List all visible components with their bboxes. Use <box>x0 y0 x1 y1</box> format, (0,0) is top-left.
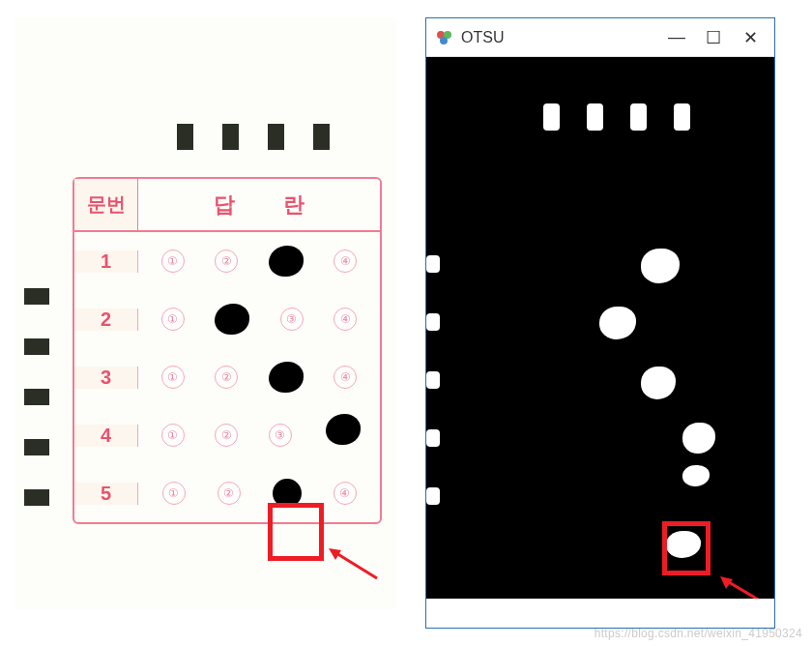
header-answer: 답 란 <box>138 179 380 230</box>
minimize-button[interactable]: — <box>668 27 685 47</box>
row-number: 2 <box>74 308 138 331</box>
titlebar[interactable]: OTSU — ☐ ✕ <box>426 18 774 57</box>
bubble-group: ① ② ④ <box>138 362 380 393</box>
binary-reg-mark <box>426 313 440 331</box>
bubble: ② <box>215 366 238 389</box>
reg-mark <box>24 489 49 506</box>
reg-mark <box>177 124 193 150</box>
binary-reg-mark <box>630 103 647 131</box>
grid-header: 문번 답 란 <box>74 179 380 232</box>
bubble: ① <box>161 250 185 273</box>
binary-reg-mark <box>426 487 440 505</box>
filled-bubble <box>215 304 249 335</box>
binary-reg-mark <box>587 103 603 131</box>
bubble-group: ① ② ④ <box>138 246 380 277</box>
bubble: ① <box>161 366 185 389</box>
window-controls: — ☐ ✕ <box>668 27 765 48</box>
annotation-arrow-icon <box>324 544 382 583</box>
filled-bubble <box>269 362 304 393</box>
bubble-group: ① ③ ④ <box>138 304 380 335</box>
binary-blob <box>682 423 715 454</box>
row-number: 5 <box>74 483 138 505</box>
app-icon <box>436 29 453 46</box>
bubble: ④ <box>334 482 357 505</box>
bubble: ④ <box>334 250 357 273</box>
close-button[interactable]: ✕ <box>741 27 759 48</box>
window-title: OTSU <box>461 29 668 46</box>
bubble: ③ <box>280 308 304 331</box>
binary-blob <box>682 465 710 486</box>
row-number: 3 <box>74 367 138 389</box>
bubble: ② <box>215 424 238 447</box>
binary-reg-mark <box>426 371 440 389</box>
registration-marks-top <box>177 124 330 150</box>
filled-bubble <box>326 414 361 445</box>
reg-mark <box>222 124 239 150</box>
binary-reg-mark <box>426 429 440 447</box>
header-text: 란 <box>283 191 304 220</box>
svg-point-4 <box>440 37 448 44</box>
answer-row: 5 ① ② ④ <box>74 464 380 522</box>
answer-row: 3 ① ② ④ <box>74 348 380 406</box>
maximize-button[interactable]: ☐ <box>705 27 722 48</box>
bubble: ② <box>218 482 241 505</box>
header-number: 문번 <box>74 179 138 230</box>
bubble: ④ <box>334 366 357 389</box>
binary-image-canvas <box>426 57 774 599</box>
row-number: 4 <box>74 425 138 447</box>
bubble-group: ① ② ④ <box>138 479 380 508</box>
bubble: ④ <box>334 308 357 331</box>
bubble-group: ① ② ③ <box>138 420 380 451</box>
answer-row: 2 ① ③ ④ <box>74 290 380 348</box>
bubble: ② <box>215 250 238 273</box>
reg-mark <box>24 389 49 405</box>
bubble: ③ <box>269 424 292 447</box>
answer-grid: 문번 답 란 1 ① ② ④ 2 ① <box>72 177 382 524</box>
answer-row: 4 ① ② ③ <box>74 406 380 464</box>
bubble: ① <box>162 482 186 505</box>
highlight-box <box>662 521 710 575</box>
registration-marks-side <box>24 288 49 506</box>
otsu-window: OTSU — ☐ ✕ <box>425 17 775 629</box>
binary-reg-mark <box>543 103 560 131</box>
reg-mark <box>24 439 49 455</box>
reg-mark <box>24 338 49 355</box>
answer-sheet-image: 문번 답 란 1 ① ② ④ 2 ① <box>14 17 396 609</box>
answer-row: 1 ① ② ④ <box>74 232 380 290</box>
annotation-arrow-icon <box>716 574 769 599</box>
filled-bubble <box>269 246 304 277</box>
reg-mark <box>313 124 330 150</box>
figure-container: 문번 답 란 1 ① ② ④ 2 ① <box>0 0 812 646</box>
binary-blob <box>599 307 636 339</box>
binary-reg-mark <box>426 255 440 273</box>
binary-blob <box>641 367 676 399</box>
bubble: ① <box>161 424 185 447</box>
watermark: https://blog.csdn.net/weixin_41950324 <box>594 627 802 640</box>
binary-blob <box>641 249 680 283</box>
bubble: ① <box>161 308 185 331</box>
reg-mark <box>24 288 49 305</box>
highlight-box <box>268 503 324 561</box>
header-text: 답 <box>214 191 235 220</box>
row-number: 1 <box>74 250 138 273</box>
reg-mark <box>268 124 284 150</box>
binary-reg-mark <box>674 103 690 131</box>
